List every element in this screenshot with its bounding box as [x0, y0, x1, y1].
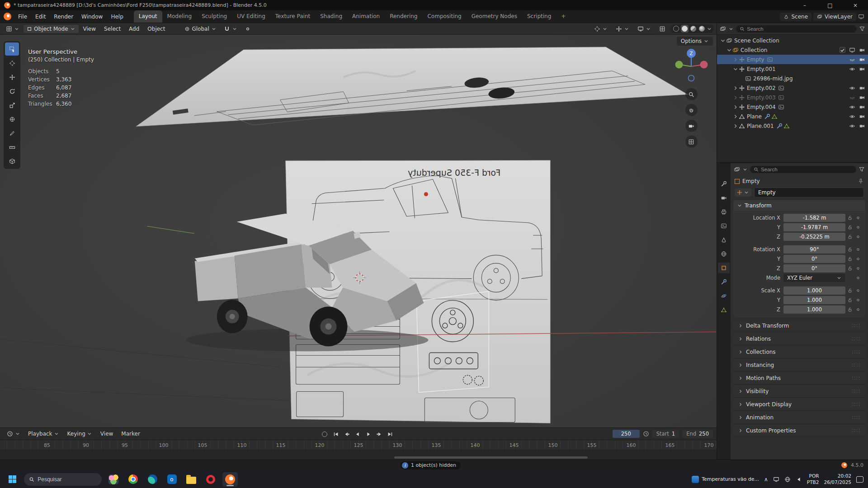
opera-button[interactable]: [203, 472, 218, 487]
scale-z-field[interactable]: 1.000: [783, 305, 845, 314]
transform-panel-header[interactable]: Transform: [733, 200, 865, 211]
annotate-tool[interactable]: [5, 127, 19, 140]
tab-object[interactable]: [718, 263, 730, 273]
options-dropdown[interactable]: Options: [677, 37, 713, 46]
outliner-row-empty-002[interactable]: Empty.002: [717, 83, 868, 93]
outliner-row-empty-003[interactable]: Empty.003: [717, 93, 868, 102]
close-button[interactable]: ×: [843, 0, 868, 10]
network-tray-icon[interactable]: [784, 476, 791, 483]
hide-render-toggle[interactable]: [859, 85, 865, 91]
shading-solid-button[interactable]: [681, 25, 689, 33]
selected-empty-outline[interactable]: [416, 291, 489, 393]
hide-render-toggle[interactable]: [859, 104, 865, 110]
add-workspace-button[interactable]: +: [556, 10, 571, 23]
camera-view-button[interactable]: [685, 120, 698, 132]
taskbar-search[interactable]: [24, 473, 102, 486]
tab-geometry-nodes[interactable]: Geometry Nodes: [467, 10, 522, 23]
snap-dropdown[interactable]: [221, 25, 241, 33]
weather-widget[interactable]: Temperaturas vão de...: [692, 476, 759, 483]
animate-dot-icon[interactable]: [855, 307, 861, 312]
rotation-mode-dropdown[interactable]: XYZ Euler: [783, 274, 845, 282]
tab-tool[interactable]: [718, 178, 730, 189]
lock-icon[interactable]: [847, 225, 853, 230]
menu-playback[interactable]: Playback: [24, 431, 63, 437]
pin-icon[interactable]: [858, 178, 864, 184]
tab-view-layer[interactable]: [718, 221, 730, 231]
proportional-editing-button[interactable]: [241, 25, 254, 33]
animate-dot-icon[interactable]: [855, 247, 861, 252]
timeline-scrollbar[interactable]: [394, 456, 588, 459]
outliner-row-empty-001[interactable]: Empty.001: [717, 64, 868, 74]
expand-icon[interactable]: [726, 47, 732, 53]
hide-render-toggle[interactable]: [859, 123, 865, 129]
lock-icon[interactable]: [847, 307, 853, 312]
hide-render-toggle[interactable]: [859, 66, 865, 72]
tab-uv-editing[interactable]: UV Editing: [232, 10, 270, 23]
cursor-tool[interactable]: [5, 56, 19, 70]
jump-to-start-button[interactable]: [331, 430, 341, 439]
eye-closed-icon[interactable]: [849, 56, 855, 63]
hide-render-toggle[interactable]: [859, 47, 865, 53]
menu-object[interactable]: Object: [144, 25, 169, 33]
scene-selector[interactable]: Scene: [780, 13, 811, 21]
rotation-z-field[interactable]: 0°: [783, 264, 845, 272]
outliner-row-plane[interactable]: Plane: [717, 112, 868, 121]
rotation-y-field[interactable]: 0°: [783, 255, 845, 263]
menu-render[interactable]: Render: [50, 10, 77, 23]
location-x-field[interactable]: -1.582 m: [783, 214, 845, 222]
rotation-x-field[interactable]: 90°: [783, 245, 845, 253]
menu-help[interactable]: Help: [107, 10, 127, 23]
play-reverse-button[interactable]: [353, 430, 363, 439]
tab-modifiers[interactable]: [718, 277, 730, 287]
shading-wireframe-button[interactable]: [672, 25, 680, 33]
show-overlays-button[interactable]: [634, 25, 654, 33]
chrome-button[interactable]: [125, 472, 141, 487]
section-delta-transform[interactable]: Delta Transform: [733, 320, 865, 332]
properties-search-input[interactable]: [761, 167, 853, 172]
section-viewport-display[interactable]: Viewport Display: [733, 399, 865, 411]
outliner-row-empty-004[interactable]: Empty.004: [717, 102, 868, 112]
collection-checkbox[interactable]: [840, 47, 845, 53]
section-relations[interactable]: Relations: [733, 333, 865, 345]
blender-taskbar-button[interactable]: [222, 472, 238, 487]
hidden-icons-chevron[interactable]: ∧: [764, 476, 768, 483]
tab-modeling[interactable]: Modeling: [162, 10, 197, 23]
next-keyframe-button[interactable]: [375, 430, 384, 439]
hide-render-toggle[interactable]: [859, 113, 865, 120]
filter-icon[interactable]: [859, 26, 865, 32]
location-y-field[interactable]: -1.9787 m: [783, 223, 845, 231]
timeline-editor-dropdown[interactable]: [4, 430, 24, 438]
frame-start-field[interactable]: Start 1: [652, 430, 679, 438]
pan-button[interactable]: [685, 104, 698, 116]
properties-editor-icon[interactable]: [734, 166, 740, 173]
animate-dot-icon[interactable]: [855, 288, 861, 293]
play-button[interactable]: [364, 430, 373, 439]
orthographic-toggle-button[interactable]: [685, 136, 698, 148]
lock-icon[interactable]: [847, 288, 853, 293]
menu-add[interactable]: Add: [125, 25, 143, 33]
expand-icon[interactable]: [732, 113, 739, 120]
tab-compositing[interactable]: Compositing: [422, 10, 466, 23]
timeline-track[interactable]: [0, 450, 717, 460]
outlook-button[interactable]: o: [164, 472, 179, 487]
stopwatch-icon[interactable]: [643, 431, 649, 437]
menu-select[interactable]: Select: [100, 25, 124, 33]
add-cube-tool[interactable]: [5, 155, 19, 168]
edge-button[interactable]: [145, 472, 160, 487]
eye-open-icon[interactable]: [849, 113, 855, 120]
hide-viewport-toggle[interactable]: [849, 47, 855, 53]
expand-icon[interactable]: [732, 94, 739, 101]
outliner-search[interactable]: [736, 25, 857, 33]
expand-icon[interactable]: [732, 66, 739, 72]
orientation-gizmo[interactable]: Z: [672, 47, 710, 84]
menu-marker[interactable]: Marker: [118, 431, 143, 437]
taskbar-search-input[interactable]: [38, 476, 97, 483]
lock-icon[interactable]: [847, 256, 853, 262]
jump-to-end-button[interactable]: [386, 430, 395, 439]
animate-dot-icon[interactable]: [855, 275, 861, 281]
clock-indicator[interactable]: 20:02 26/07/2025: [824, 473, 851, 485]
section-collections[interactable]: Collections: [733, 346, 865, 358]
blender-menu-icon[interactable]: [4, 13, 11, 20]
mode-dropdown[interactable]: Object Mode: [24, 25, 79, 33]
auto-keying-toggle[interactable]: [322, 432, 327, 437]
